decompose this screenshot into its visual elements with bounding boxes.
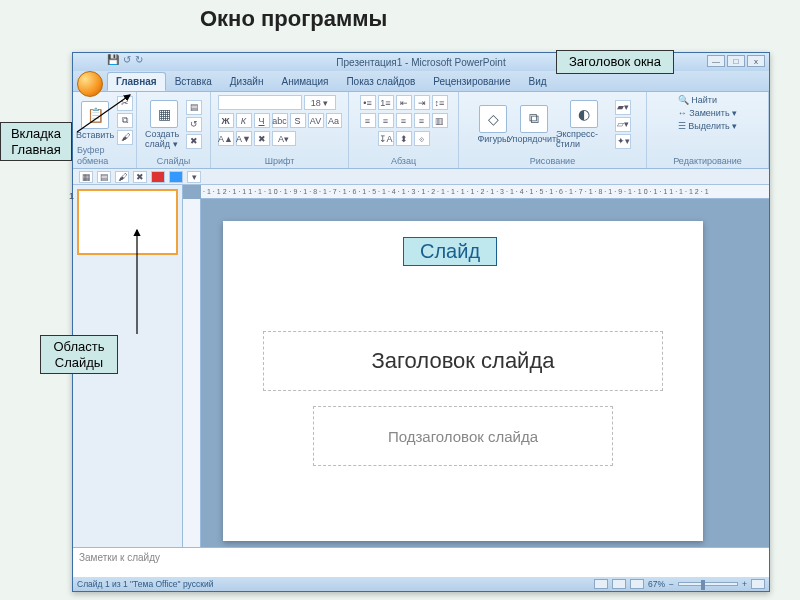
quick-styles-button[interactable]: ◐ Экспресс-стили [556, 100, 612, 149]
clear-format-button[interactable]: ✖ [254, 131, 270, 146]
text-direction-button[interactable]: ↧A [378, 131, 394, 146]
undo-icon[interactable]: ↺ [123, 54, 131, 65]
redo-icon[interactable]: ↻ [135, 54, 143, 65]
minimize-button[interactable]: — [707, 55, 725, 67]
tab-slideshow[interactable]: Показ слайдов [337, 72, 424, 91]
view-slideshow-button[interactable] [630, 579, 644, 589]
sec-icon[interactable] [169, 171, 183, 183]
callout-tab-home: Вкладка Главная [0, 122, 72, 161]
office-orb-button[interactable] [77, 71, 103, 97]
quick-styles-label: Экспресс-стили [556, 129, 612, 149]
view-normal-button[interactable] [594, 579, 608, 589]
font-size-dropdown[interactable]: 18 ▾ [304, 95, 336, 110]
fit-to-window-button[interactable] [751, 579, 765, 589]
save-icon[interactable]: 💾 [107, 54, 119, 65]
select-button[interactable]: ☰ Выделить ▾ [678, 121, 738, 131]
tab-insert[interactable]: Вставка [166, 72, 221, 91]
columns-button[interactable]: ▥ [432, 113, 448, 128]
slide-subtitle-placeholder[interactable]: Подзаголовок слайда [313, 406, 613, 466]
paste-button[interactable]: 📋 Вставить [76, 101, 114, 140]
slide-editor-pane[interactable]: ·1·12·1·11·1·10·1·9·1·8·1·7·1·6·1·5·1·4·… [183, 185, 769, 547]
callout-slides-area: Область Слайды [40, 335, 118, 374]
align-left-button[interactable]: ≡ [360, 113, 376, 128]
char-spacing-button[interactable]: AV [308, 113, 324, 128]
close-button[interactable]: x [747, 55, 765, 67]
group-label-clipboard: Буфер обмена [77, 145, 132, 167]
italic-button[interactable]: К [236, 113, 252, 128]
font-family-dropdown[interactable] [218, 95, 302, 110]
group-paragraph: •≡ 1≡ ⇤ ⇥ ↕≡ ≡ ≡ ≡ ≡ ▥ ↧A ⬍ ⟐ [349, 92, 459, 168]
format-painter-icon[interactable]: 🖌 [117, 130, 133, 145]
shape-fill-button[interactable]: ▰▾ [615, 100, 631, 115]
tab-view[interactable]: Вид [520, 72, 556, 91]
sec-icon[interactable]: 🖌 [115, 171, 129, 183]
bullets-button[interactable]: •≡ [360, 95, 376, 110]
slide-thumbnail-1[interactable] [77, 189, 178, 255]
find-button[interactable]: 🔍 Найти [678, 95, 717, 105]
shapes-icon: ◇ [479, 105, 507, 133]
vertical-ruler [183, 199, 201, 547]
work-area: ·1·12·1·11·1·10·1·9·1·8·1·7·1·6·1·5·1·4·… [73, 185, 769, 547]
sec-icon[interactable]: ▦ [79, 171, 93, 183]
shrink-font-button[interactable]: A▼ [236, 131, 252, 146]
new-slide-icon: ▦ [150, 100, 178, 128]
layout-icon[interactable]: ▤ [186, 100, 202, 115]
align-right-button[interactable]: ≡ [396, 113, 412, 128]
copy-icon[interactable]: ⧉ [117, 113, 133, 128]
align-center-button[interactable]: ≡ [378, 113, 394, 128]
cut-icon[interactable]: ✂ [117, 96, 133, 111]
shape-outline-button[interactable]: ▱▾ [615, 117, 631, 132]
group-label-paragraph: Абзац [391, 156, 416, 167]
delete-slide-icon[interactable]: ✖ [186, 134, 202, 149]
group-label-font: Шрифт [265, 156, 295, 167]
status-left: Слайд 1 из 1 "Тема Office" русский [77, 579, 213, 589]
grow-font-button[interactable]: A▲ [218, 131, 234, 146]
group-label-editing: Редактирование [673, 156, 742, 167]
new-slide-label: Создать слайд ▾ [145, 129, 183, 149]
line-spacing-button[interactable]: ↕≡ [432, 95, 448, 110]
tab-review[interactable]: Рецензирование [424, 72, 519, 91]
new-slide-button[interactable]: ▦ Создать слайд ▾ [145, 100, 183, 149]
sec-icon[interactable]: ▤ [97, 171, 111, 183]
page-title: Окно программы [200, 6, 387, 32]
slide-title-placeholder[interactable]: Заголовок слайда [263, 331, 663, 391]
tab-home[interactable]: Главная [107, 72, 166, 91]
maximize-button[interactable]: □ [727, 55, 745, 67]
underline-button[interactable]: Ч [254, 113, 270, 128]
smartart-button[interactable]: ⟐ [414, 131, 430, 146]
replace-button[interactable]: ↔ Заменить ▾ [678, 108, 737, 118]
status-bar: Слайд 1 из 1 "Тема Office" русский 67% −… [73, 577, 769, 591]
zoom-value: 67% [648, 579, 665, 589]
view-sorter-button[interactable] [612, 579, 626, 589]
change-case-button[interactable]: Aa [326, 113, 342, 128]
indent-inc-button[interactable]: ⇥ [414, 95, 430, 110]
arrange-icon: ⧉ [520, 105, 548, 133]
horizontal-ruler: ·1·12·1·11·1·10·1·9·1·8·1·7·1·6·1·5·1·4·… [201, 185, 769, 199]
align-text-button[interactable]: ⬍ [396, 131, 412, 146]
slide-canvas[interactable]: Слайд Заголовок слайда Подзаголовок слай… [223, 221, 703, 541]
arrange-button[interactable]: ⧉ Упорядочить [515, 105, 553, 144]
quick-access-toolbar[interactable]: 💾 ↺ ↻ [107, 54, 143, 65]
reset-icon[interactable]: ↺ [186, 117, 202, 132]
numbering-button[interactable]: 1≡ [378, 95, 394, 110]
zoom-in-button[interactable]: + [742, 579, 747, 589]
tab-design[interactable]: Дизайн [221, 72, 273, 91]
shadow-button[interactable]: S [290, 113, 306, 128]
secondary-toolbar: ▦ ▤ 🖌 ✖ ▾ [73, 169, 769, 185]
shapes-label: Фигуры [477, 134, 508, 144]
sec-icon[interactable] [151, 171, 165, 183]
zoom-out-button[interactable]: − [669, 579, 674, 589]
font-color-button[interactable]: A▾ [272, 131, 296, 146]
sec-icon[interactable]: ✖ [133, 171, 147, 183]
indent-dec-button[interactable]: ⇤ [396, 95, 412, 110]
zoom-slider[interactable] [678, 582, 738, 586]
strike-button[interactable]: abc [272, 113, 288, 128]
justify-button[interactable]: ≡ [414, 113, 430, 128]
group-font: 18 ▾ Ж К Ч abc S AV Aa A▲ A▼ ✖ A▾ [211, 92, 349, 168]
shape-effects-button[interactable]: ✦▾ [615, 134, 631, 149]
tab-animation[interactable]: Анимация [272, 72, 337, 91]
group-editing: 🔍 Найти ↔ Заменить ▾ ☰ Выделить ▾ Редакт… [647, 92, 769, 168]
bold-button[interactable]: Ж [218, 113, 234, 128]
notes-pane[interactable]: Заметки к слайду [73, 547, 769, 577]
sec-icon[interactable]: ▾ [187, 171, 201, 183]
